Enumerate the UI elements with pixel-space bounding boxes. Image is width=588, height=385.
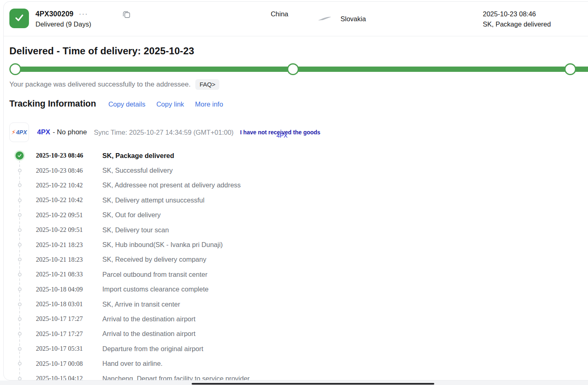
- timeline-dot: [18, 287, 22, 291]
- event-description: SK, Addressee not present at delivery ad…: [96, 181, 241, 189]
- timeline-dot: [18, 228, 22, 232]
- tracking-number: 4PX300209···: [35, 10, 88, 18]
- timeline-marker-cell: [4, 332, 30, 336]
- timeline-event-row: 2025-10-23 08:46 SK, Successful delivery: [4, 163, 588, 178]
- tracking-info-title: Tracking Information: [9, 99, 96, 109]
- plane-icon: [318, 15, 332, 24]
- timeline-event-row: 2025-10-23 08:46 SK, Package delivered: [4, 148, 588, 163]
- delivered-title: Delivered - Time of delivery: 2025-10-23: [9, 45, 194, 57]
- latest-event-summary: 2025-10-23 08:46 SK, Package delivered: [483, 10, 551, 28]
- shipment-route: China 4PX Slovakia: [232, 2, 403, 36]
- copy-icon: [122, 14, 131, 21]
- timeline-event-row: 2025-10-17 00:08 Hand over to airline.: [4, 356, 588, 371]
- carrier-name-link[interactable]: 4PX: [37, 128, 50, 136]
- delivery-description-row: Your package was delivered successfully …: [9, 79, 219, 90]
- carrier-phone: - No phone: [53, 128, 87, 136]
- timeline-event-row: 2025-10-18 04:09 Import customs clearanc…: [4, 282, 588, 297]
- timeline-dot: [18, 258, 22, 261]
- event-description: SK, Delivery attempt unsuccessful: [96, 196, 204, 204]
- tracking-actions: Copy details Copy link More info: [108, 100, 223, 108]
- delivery-description: Your package was delivered successfully …: [9, 80, 190, 89]
- timeline-marker-cell: [4, 243, 30, 247]
- event-time: 2025-10-22 10:42: [30, 182, 96, 189]
- event-time: 2025-10-22 09:51: [30, 211, 96, 219]
- event-description: Parcel outbound from transit center: [96, 271, 208, 278]
- timeline-marker-cell: [4, 287, 30, 291]
- horizontal-scrollbar[interactable]: [192, 383, 434, 385]
- carrier-logo-text: 4PX: [16, 129, 27, 136]
- event-description: Arrival to the destination airport: [96, 330, 195, 338]
- event-time: 2025-10-21 18:23: [30, 256, 96, 263]
- event-description: SK, Arrive in transit center: [96, 300, 180, 308]
- event-time: 2025-10-17 17:27: [30, 330, 96, 338]
- event-description: SK, Package delivered: [96, 152, 174, 160]
- timeline-event-row: 2025-10-21 18:23 SK, Hub inbound(SK - Iv…: [4, 237, 588, 252]
- bolt-icon: ⚡: [11, 129, 16, 136]
- event-time: 2025-10-18 03:01: [30, 300, 96, 308]
- timeline-event-row: 2025-10-18 03:01 SK, Arrive in transit c…: [4, 297, 588, 312]
- delivered-check-badge: [9, 9, 29, 28]
- latest-event-status: SK, Package delivered: [483, 20, 551, 28]
- event-description: Import customs clearance complete: [96, 285, 208, 293]
- tracking-info-header: Tracking Information Copy details Copy l…: [9, 99, 223, 109]
- timeline-marker-cell: [4, 183, 30, 187]
- event-time: 2025-10-15 04:12: [30, 375, 96, 381]
- timeline-marker-cell: [4, 273, 30, 276]
- event-time: 2025-10-21 08:33: [30, 271, 96, 278]
- faq-link[interactable]: FAQ>: [195, 79, 219, 90]
- timeline-event-row: 2025-10-22 09:51 SK, Out for delivery: [4, 208, 588, 223]
- timeline-dot: [18, 377, 22, 381]
- timeline-dot: [18, 213, 22, 217]
- sync-time: Sync Time: 2025-10-27 14:34:59 (GMT+01:0…: [94, 129, 234, 136]
- event-time: 2025-10-23 08:46: [30, 152, 96, 159]
- copy-tracking-number-button[interactable]: [122, 10, 131, 20]
- route-origin: China 4PX: [271, 10, 288, 18]
- progress-node-start: [9, 63, 21, 75]
- not-received-goods-link[interactable]: I have not received the goods: [240, 129, 321, 136]
- timeline-marker-cell: [4, 303, 30, 306]
- timeline-dot: [18, 183, 22, 187]
- timeline-marker-cell: [4, 151, 30, 160]
- event-time: 2025-10-18 04:09: [30, 286, 96, 293]
- timeline-marker-cell: [4, 362, 30, 365]
- timeline-event-row: 2025-10-17 17:27 Arrival to the destinat…: [4, 327, 588, 341]
- timeline-event-row: 2025-10-21 08:33 Parcel outbound from tr…: [4, 267, 588, 282]
- timeline-dot: [18, 362, 22, 365]
- event-description: SK, Delivery tour scan: [96, 226, 169, 234]
- event-description: Hand over to airline.: [96, 360, 163, 367]
- progress-node-middle: [287, 63, 299, 75]
- timeline-dot: [18, 332, 22, 336]
- event-description: SK, Successful delivery: [96, 167, 172, 174]
- progress-node-end: [564, 63, 576, 75]
- copy-details-link[interactable]: Copy details: [108, 100, 146, 108]
- timeline-marker-cell: [4, 198, 30, 202]
- timeline-dot: [18, 273, 22, 276]
- event-description: SK, Received by delivery company: [96, 256, 206, 263]
- event-description: SK, Out for delivery: [96, 211, 161, 219]
- timeline-marker-cell: [4, 228, 30, 232]
- tracking-card: 4PX300209··· Delivered (9 Days) China 4P…: [3, 1, 588, 381]
- progress-bar: [15, 67, 588, 72]
- copy-link-link[interactable]: Copy link: [156, 100, 184, 108]
- timeline-dot: [18, 169, 22, 172]
- latest-event-time: 2025-10-23 08:46: [483, 10, 551, 18]
- delivery-status-text: Delivered (9 Days): [35, 20, 91, 28]
- timeline-event-row: 2025-10-15 04:12 Nancheng, Depart from f…: [4, 371, 588, 381]
- timeline-event-row: 2025-10-21 18:23 SK, Received by deliver…: [4, 252, 588, 267]
- timeline-marker-cell: [4, 213, 30, 217]
- timeline-dot: [18, 243, 22, 247]
- carrier-row: ⚡ 4PX 4PX - No phone Sync Time: 2025-10-…: [9, 122, 321, 142]
- event-time: 2025-10-23 08:46: [30, 167, 96, 174]
- timeline-dot: [18, 303, 22, 306]
- timeline-event-row: 2025-10-17 05:31 Departure from the orig…: [4, 341, 588, 356]
- timeline-marker-cell: [4, 258, 30, 261]
- timeline-event-row: 2025-10-17 17:27 Arrival to the destinat…: [4, 312, 588, 326]
- tracking-number-masked: ···: [79, 11, 88, 18]
- event-time: 2025-10-22 10:42: [30, 196, 96, 204]
- more-info-link[interactable]: More info: [195, 100, 223, 108]
- tracking-page: 4PX300209··· Delivered (9 Days) China 4P…: [0, 0, 588, 385]
- event-time: 2025-10-17 05:31: [30, 345, 96, 352]
- carrier-logo: ⚡ 4PX: [9, 122, 29, 142]
- timeline-dot: [18, 347, 22, 351]
- timeline-marker-cell: [4, 377, 30, 381]
